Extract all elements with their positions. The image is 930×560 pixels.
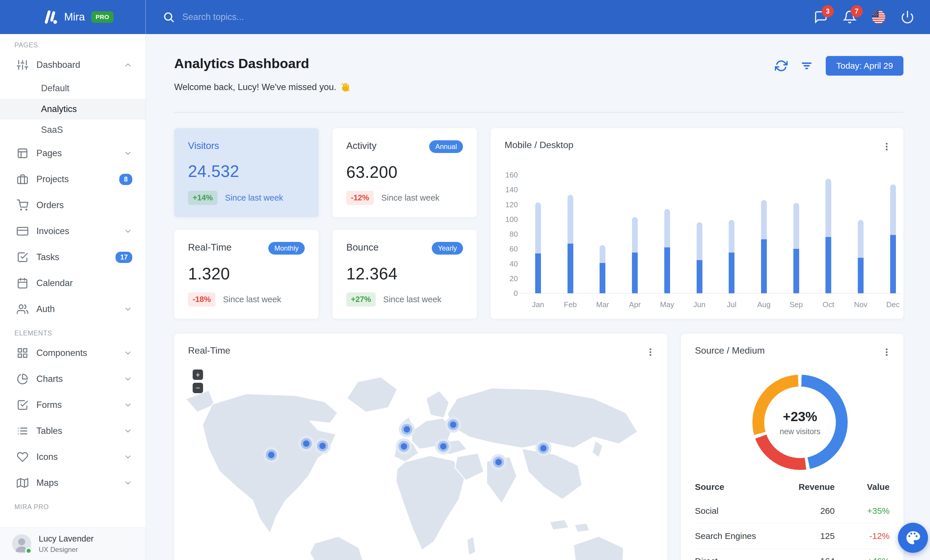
stat-period-pill[interactable]: Yearly: [432, 242, 463, 255]
y-axis-tick: 100: [493, 215, 518, 224]
chevron-down-icon: [124, 149, 132, 158]
chevron-down-icon: [124, 349, 132, 357]
sidebar-item-calendar[interactable]: Calendar: [0, 270, 146, 296]
logout-button[interactable]: [901, 10, 915, 24]
list-icon: [17, 425, 28, 437]
x-axis-tick: Feb: [564, 300, 577, 309]
cell-value: -12%: [835, 531, 890, 541]
bar-mobile-nov: [858, 258, 864, 293]
x-axis-tick: May: [660, 300, 674, 309]
y-axis-tick: 60: [493, 244, 518, 253]
map-marker: [298, 436, 314, 452]
sidebar-item-tables[interactable]: Tables: [0, 418, 146, 444]
column-header-value: Value: [835, 482, 890, 492]
x-axis-tick: Dec: [886, 300, 900, 309]
search-input[interactable]: [182, 12, 402, 22]
language-button[interactable]: [871, 10, 885, 24]
map-zoom-in-button[interactable]: +: [192, 370, 203, 380]
bar-desktop-jan: [535, 203, 541, 253]
x-axis-tick: Aug: [757, 300, 771, 309]
sidebar-subitem-saas[interactable]: SaaS: [0, 120, 146, 140]
source-table-row-direct: Direct164+46%: [695, 548, 890, 560]
bar-mobile-aug: [761, 239, 767, 293]
donut-center: +23% new visitors: [764, 387, 836, 458]
stat-caption: Since last week: [383, 295, 442, 304]
sidebar-item-orders[interactable]: Orders: [0, 192, 146, 218]
stat-value: 12.364: [346, 264, 463, 283]
sidebar-subitem-default[interactable]: Default: [0, 78, 146, 99]
cell-source: Social: [695, 506, 780, 516]
world-map: [174, 361, 667, 560]
search-icon[interactable]: [163, 11, 175, 23]
cell-source: Direct: [695, 556, 780, 560]
cell-value: +35%: [835, 506, 890, 516]
messages-button[interactable]: 3: [814, 10, 828, 24]
filter-icon[interactable]: [800, 60, 813, 72]
stat-title: Activity: [346, 140, 377, 151]
cell-revenue: 164: [780, 556, 835, 560]
donut-menu-kebab-icon[interactable]: [881, 345, 893, 359]
sidebar-section-label-pages: PAGES: [0, 34, 146, 52]
bar-mobile-jun: [697, 260, 702, 293]
sidebar-item-label: Charts: [36, 374, 115, 384]
welcome-message: Welcome back, Lucy! We've missed you.: [174, 82, 350, 92]
grid-icon: [17, 347, 28, 359]
stat-delta-chip: -18%: [188, 292, 216, 307]
sidebar-item-label: Tables: [36, 426, 115, 436]
sidebar-item-label: Forms: [36, 400, 115, 410]
brand[interactable]: Mira PRO: [0, 0, 146, 34]
map-title: Real-Time: [188, 345, 230, 356]
real-time-map-card: Real-Time + −: [174, 334, 667, 560]
theme-settings-fab[interactable]: [898, 523, 928, 553]
sidebar-item-auth[interactable]: Auth: [0, 296, 146, 322]
stat-period-pill[interactable]: Monthly: [268, 242, 305, 255]
stat-delta-chip: +14%: [188, 191, 217, 205]
y-axis-tick: 160: [493, 170, 518, 180]
power-icon: [901, 10, 915, 24]
sidebar-item-projects[interactable]: Projects8: [0, 166, 146, 192]
sidebar-user[interactable]: Lucy LavenderUX Designer: [0, 527, 146, 560]
sidebar-item-tasks[interactable]: Tasks17: [0, 244, 146, 270]
map-zoom-controls: + −: [192, 370, 203, 393]
sidebar-item-maps[interactable]: Maps: [0, 470, 146, 496]
bar-mobile-apr: [632, 253, 638, 293]
sidebar-item-dashboard[interactable]: Dashboard: [0, 52, 146, 78]
stat-card-bounce: BounceYearly12.364+27%Since last week: [333, 230, 477, 319]
sidebar-subitem-analytics[interactable]: Analytics: [0, 99, 146, 120]
stat-caption: Since last week: [225, 193, 283, 203]
brand-name: Mira: [64, 11, 85, 23]
bar-desktop-jun: [697, 222, 702, 260]
refresh-icon[interactable]: [775, 60, 788, 72]
column-header-source: Source: [695, 482, 780, 492]
briefcase-icon: [17, 173, 28, 185]
sidebar-item-charts[interactable]: Charts: [0, 366, 146, 392]
map-marker: [396, 438, 412, 454]
bar-mobile-may: [664, 247, 670, 293]
stat-period-pill[interactable]: Annual: [429, 140, 463, 153]
date-button[interactable]: Today: April 29: [826, 56, 904, 76]
sidebar-item-invoices[interactable]: Invoices: [0, 218, 146, 244]
stacked-bar-chart: 020406080100120140160JanFebMarAprMayJunJ…: [491, 128, 904, 319]
source-table-row-social: Social260+35%: [695, 498, 890, 523]
map-zoom-out-button[interactable]: −: [192, 383, 203, 393]
donut-center-value: +23%: [783, 409, 818, 424]
users-icon: [17, 304, 28, 315]
sidebar-section-label-mira-pro: MIRA PRO: [0, 496, 146, 514]
chevron-down-icon: [124, 479, 132, 487]
sidebar-item-pages[interactable]: Pages: [0, 140, 146, 166]
sidebar-item-forms[interactable]: Forms: [0, 392, 146, 418]
sidebar-item-label: Dashboard: [36, 60, 115, 70]
mira-logo-icon: [42, 10, 58, 24]
stat-card-activity: ActivityAnnual63.200-12%Since last week: [333, 128, 477, 217]
stat-value: 63.200: [346, 163, 463, 181]
y-axis-tick: 40: [493, 259, 518, 268]
cell-value: +46%: [835, 556, 890, 560]
chevron-down-icon: [124, 227, 132, 236]
sidebar-item-icons[interactable]: Icons: [0, 444, 146, 470]
notifications-button[interactable]: 7: [843, 10, 857, 24]
shopping-cart-icon: [17, 199, 28, 211]
map-menu-kebab-icon[interactable]: [645, 345, 656, 359]
sidebar-item-label: Tasks: [36, 252, 108, 262]
x-axis-tick: Jul: [727, 300, 736, 309]
sidebar-item-components[interactable]: Components: [0, 340, 146, 366]
